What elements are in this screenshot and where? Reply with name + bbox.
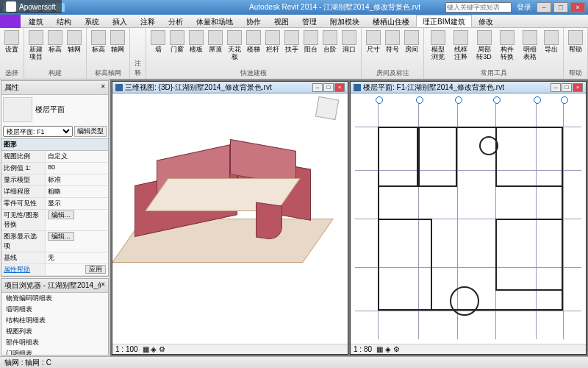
ribbon-btn-4-8[interactable]: 阳台: [302, 29, 320, 54]
ribbon-btn-7-0[interactable]: 帮助: [567, 29, 584, 54]
ribbon-btn-4-10[interactable]: 洞口: [340, 29, 358, 54]
tab-5[interactable]: 分析: [162, 15, 190, 27]
ribbon-btn-label: 局部 转3D: [474, 46, 494, 60]
ribbon-group-1: 新建 项目标高轴网构建: [24, 28, 87, 79]
ribbon-btn-4-9[interactable]: 台阶: [321, 29, 339, 54]
view-3d-min-button[interactable]: –: [312, 83, 323, 92]
ribbon-btn-6-1[interactable]: 线框 注释: [450, 29, 471, 61]
ribbon-btn-2-0[interactable]: 标高: [90, 29, 107, 54]
ribbon-btn-label: 台阶: [323, 46, 337, 53]
browser-item-2[interactable]: 结构柱明细表: [1, 315, 108, 326]
tab-3[interactable]: 插入: [106, 15, 134, 27]
tab-10[interactable]: 附加模块: [323, 15, 366, 27]
viewcube[interactable]: [315, 96, 339, 120]
ribbon-btn-label: 栏杆: [266, 46, 279, 53]
ribbon-btn-icon: [29, 30, 43, 45]
browser-item-4[interactable]: 部件明细表: [1, 337, 108, 348]
ribbon-btn-6-5[interactable]: 导出: [542, 29, 560, 54]
prop-value[interactable]: 编辑...: [46, 210, 108, 230]
ribbon-btn-1-1[interactable]: 标高: [46, 29, 64, 54]
ribbon-btn-4-6[interactable]: 栏杆: [264, 29, 282, 54]
ribbon-btn-5-2[interactable]: 房间: [403, 29, 420, 54]
prop-value[interactable]: 自定义: [46, 151, 108, 162]
model-3d: [127, 138, 318, 263]
browser-item-0[interactable]: 物资编码明细表: [1, 293, 108, 304]
view-plan-close-button[interactable]: ×: [573, 83, 583, 92]
tab-1[interactable]: 结构: [50, 15, 78, 27]
prop-value[interactable]: 粗略: [46, 186, 108, 197]
ribbon-btn-4-0[interactable]: 墙: [149, 29, 167, 54]
ribbon-btn-label: 门窗: [171, 46, 184, 53]
ribbon-btn-6-0[interactable]: 模型 浏览: [427, 29, 448, 61]
view-plan-min-button[interactable]: –: [551, 83, 561, 92]
prop-value[interactable]: 标准: [46, 174, 108, 185]
ribbon-btn-4-3[interactable]: 屋顶: [207, 29, 224, 54]
login-link[interactable]: 登录: [517, 2, 531, 13]
tab-13[interactable]: 修改: [472, 15, 500, 27]
properties-help-link[interactable]: 属性帮助: [1, 264, 46, 275]
view-3d-controls-icon[interactable]: ▦ ◈ ⚙: [143, 345, 166, 353]
prop-edit-button[interactable]: 编辑...: [48, 210, 74, 219]
ribbon-btn-5-1[interactable]: 符号: [384, 29, 401, 54]
prop-value[interactable]: 80: [46, 163, 108, 174]
prop-row-1: 比例值 1:80: [1, 163, 108, 174]
tab-0[interactable]: 建筑: [22, 15, 50, 27]
ribbon-btn-6-3[interactable]: 构件 转换: [497, 29, 518, 61]
edit-type-button[interactable]: 编辑类型: [74, 126, 107, 137]
prop-value[interactable]: 编辑...: [46, 231, 108, 252]
prop-row-6: 图形显示选项编辑...: [1, 231, 108, 252]
view-3d-close-button[interactable]: ×: [334, 83, 345, 92]
ribbon-btn-0-0[interactable]: 设置: [3, 29, 21, 54]
graphics-section-header[interactable]: 图形: [1, 138, 108, 151]
ribbon-btn-4-7[interactable]: 扶手: [283, 29, 301, 54]
prop-key: 零件可见性: [1, 198, 46, 209]
ribbon-btn-4-2[interactable]: 楼板: [187, 29, 205, 54]
view-3d: 三维视图: {3D} - 江湖别墅2014_修改背景色.rvt – □ ×: [112, 81, 348, 355]
tab-7[interactable]: 协作: [240, 15, 268, 27]
application-menu-button[interactable]: [0, 15, 21, 28]
view-plan-scale[interactable]: 1 : 80: [354, 345, 372, 353]
tab-12[interactable]: 理正BIM建筑: [416, 15, 472, 27]
apply-button[interactable]: 应用: [85, 265, 106, 274]
prop-value[interactable]: 无: [46, 252, 108, 263]
view-plan-controls-icon[interactable]: ▦ ◈ ⚙: [376, 345, 400, 353]
tab-8[interactable]: 视图: [268, 15, 295, 27]
ribbon-btn-5-0[interactable]: 尺寸: [365, 29, 382, 54]
view-plan-max-button[interactable]: □: [562, 83, 572, 92]
browser-close-icon[interactable]: ×: [101, 280, 105, 291]
ribbon-btn-label: 尺寸: [367, 46, 380, 53]
ribbon-btn-2-1[interactable]: 轴网: [109, 29, 126, 54]
view-3d-canvas[interactable]: [112, 93, 348, 344]
tab-9[interactable]: 管理: [295, 15, 323, 27]
prop-value[interactable]: 显示: [46, 198, 108, 209]
view-3d-scale[interactable]: 1 : 100: [115, 345, 138, 353]
ribbon-btn-6-4[interactable]: 明细 表格: [520, 29, 541, 61]
properties-close-icon[interactable]: ×: [101, 82, 105, 93]
tab-2[interactable]: 系统: [78, 15, 106, 27]
maximize-button[interactable]: □: [553, 2, 568, 13]
ribbon-btn-1-0[interactable]: 新建 项目: [27, 29, 45, 61]
ribbon-btn-1-2[interactable]: 轴网: [65, 29, 83, 54]
prop-edit-button[interactable]: 编辑...: [48, 232, 74, 241]
close-button[interactable]: ×: [570, 2, 585, 13]
view-plan-canvas[interactable]: [351, 93, 586, 344]
browser-item-1[interactable]: 墙明细表: [1, 304, 108, 315]
minimize-button[interactable]: –: [537, 2, 551, 13]
type-thumbnail[interactable]: [3, 97, 32, 122]
ribbon-btn-6-2[interactable]: 局部 转3D: [473, 29, 495, 61]
prop-key: 比例值 1:: [1, 163, 46, 174]
browser-item-3[interactable]: 视图列表: [1, 326, 108, 337]
ribbon-btn-4-5[interactable]: 楼梯: [245, 29, 262, 54]
ribbon-btn-4-4[interactable]: 天花板: [226, 29, 243, 61]
help-search-input[interactable]: [445, 2, 512, 13]
view-3d-max-button[interactable]: □: [323, 83, 334, 92]
tab-11[interactable]: 楼栖山住楼: [366, 15, 416, 27]
prop-key: 可见性/图形替换: [1, 210, 46, 230]
tab-4[interactable]: 注释: [134, 15, 162, 27]
ribbon-btn-label: 设置: [5, 46, 18, 53]
prop-row-0: 视图比例自定义: [1, 151, 108, 163]
type-selector[interactable]: 楼层平面: F1: [3, 126, 73, 137]
ribbon-btn-4-1[interactable]: 门窗: [168, 29, 186, 54]
browser-item-5[interactable]: 门明细表: [1, 348, 108, 355]
tab-6[interactable]: 体量和场地: [190, 15, 240, 27]
